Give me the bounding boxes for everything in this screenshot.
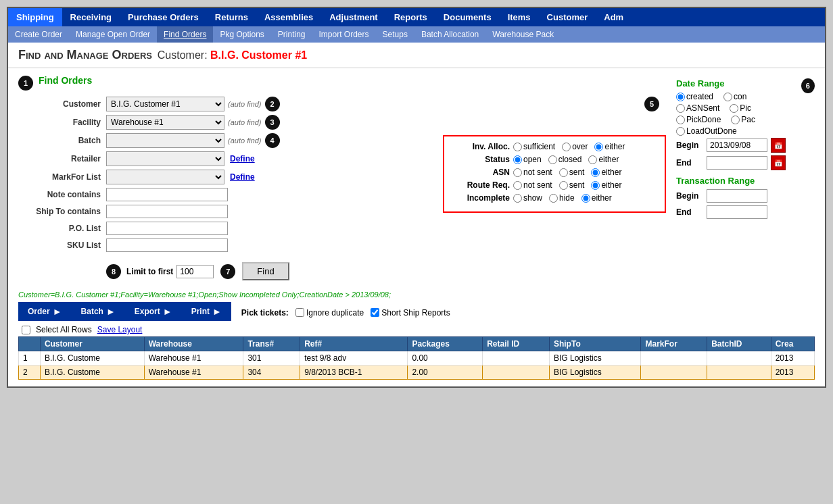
begin-calendar-icon[interactable]: 📅	[771, 138, 786, 153]
inv-alloc-over[interactable]	[562, 143, 571, 151]
save-layout-link[interactable]: Save Layout	[97, 325, 143, 334]
table-row[interactable]: 1 B.I.G. Custome Warehouse #1 301 test 9…	[19, 351, 815, 366]
cell-packages: 0.00	[408, 351, 483, 366]
date-created-radio[interactable]	[676, 93, 685, 101]
select-all-checkbox[interactable]	[22, 326, 30, 334]
nav-customer[interactable]: Customer	[539, 8, 596, 26]
facility-row: Facility Warehouse #1 (auto find) 3	[18, 115, 436, 130]
nav-adjustment[interactable]: Adjustment	[321, 8, 386, 26]
customer-select[interactable]: B.I.G. Customer #1	[106, 97, 224, 111]
status-closed[interactable]	[548, 155, 557, 164]
subnav-manage-open-order[interactable]: Manage Open Order	[69, 26, 157, 43]
subnav-setups[interactable]: Setups	[376, 26, 414, 43]
markfor-row: MarkFor List Define	[18, 170, 436, 184]
col-num	[19, 337, 41, 351]
toolbar-export-btn[interactable]: Export ►	[125, 302, 182, 321]
asn-not-sent[interactable]	[513, 168, 522, 177]
incomplete-hide[interactable]	[549, 194, 558, 203]
route-req-either[interactable]	[591, 181, 600, 190]
toolbar-order-btn[interactable]: Order ►	[18, 302, 72, 321]
batch-row: Batch (auto find) 4	[18, 133, 436, 148]
subnav-printing[interactable]: Printing	[271, 26, 312, 43]
sku-input[interactable]	[106, 238, 228, 252]
toolbar-print-btn[interactable]: Print ►	[182, 302, 231, 321]
customer-auto-find: (auto find)	[228, 100, 262, 108]
short-ship-reports-checkbox[interactable]	[371, 308, 379, 317]
toolbar-batch-btn[interactable]: Batch ►	[72, 302, 125, 321]
col-batchid: BatchID	[707, 337, 771, 351]
col-warehouse: Warehouse	[144, 337, 243, 351]
facility-select[interactable]: Warehouse #1	[106, 115, 224, 130]
nav-returns[interactable]: Returns	[207, 8, 256, 26]
cell-crea: 2013	[771, 366, 814, 380]
page-title-bar: Find and Manage Orders Customer: B.I.G. …	[8, 43, 825, 68]
ignore-duplicate-checkbox[interactable]	[295, 308, 304, 317]
incomplete-show[interactable]	[513, 194, 522, 203]
incomplete-either[interactable]	[581, 194, 590, 203]
inv-alloc-sufficient[interactable]	[513, 143, 522, 151]
annotation-3: 3	[265, 115, 280, 130]
cell-batchid	[707, 366, 771, 380]
markfor-define-link[interactable]: Define	[230, 172, 255, 182]
table-row[interactable]: 2 B.I.G. Custome Warehouse #1 304 9/8/20…	[19, 366, 815, 380]
nav-receiving[interactable]: Receiving	[62, 8, 120, 26]
nav-purchase-orders[interactable]: Purchase Orders	[120, 8, 207, 26]
subnav-create-order[interactable]: Create Order	[8, 26, 69, 43]
inv-alloc-label: Inv. Alloc.	[452, 142, 510, 151]
subnav-import-orders[interactable]: Import Orders	[312, 26, 376, 43]
note-input[interactable]	[106, 188, 228, 201]
status-open[interactable]	[513, 155, 522, 164]
retailer-define-link[interactable]: Define	[230, 154, 255, 163]
date-con-radio[interactable]	[723, 93, 732, 101]
trans-end-input[interactable]	[707, 205, 767, 219]
po-input[interactable]	[106, 222, 228, 235]
incomplete-label: Incomplete	[452, 193, 510, 203]
date-asnsent-label: ASNSent	[686, 103, 719, 113]
end-date-input[interactable]	[707, 156, 767, 170]
nav-reports[interactable]: Reports	[386, 8, 435, 26]
trans-end-label: End	[676, 207, 703, 217]
nav-documents[interactable]: Documents	[435, 8, 500, 26]
route-req-sent[interactable]	[559, 181, 568, 190]
find-button[interactable]: Find	[242, 262, 289, 280]
date-pickdone-radio[interactable]	[676, 116, 685, 124]
nav-items[interactable]: Items	[500, 8, 539, 26]
date-pic-radio[interactable]	[730, 104, 738, 113]
cell-customer: B.I.G. Custome	[40, 366, 144, 380]
nav-assemblies[interactable]: Assemblies	[256, 8, 321, 26]
date-pac-radio[interactable]	[731, 116, 740, 124]
nav-shipping[interactable]: Shipping	[8, 8, 62, 26]
annotation-5: 5	[644, 97, 659, 111]
nav-adm[interactable]: Adm	[596, 8, 632, 26]
po-form-label: P.O. List	[18, 224, 106, 233]
route-req-not-sent[interactable]	[513, 181, 522, 190]
retailer-select[interactable]	[106, 151, 224, 166]
facility-auto-find: (auto find)	[228, 118, 262, 126]
begin-date-input[interactable]	[707, 138, 767, 152]
batch-select[interactable]	[106, 133, 224, 148]
inv-alloc-either[interactable]	[594, 143, 603, 151]
subnav-find-orders[interactable]: Find Orders	[157, 26, 213, 43]
cell-trans: 304	[243, 366, 300, 380]
status-either[interactable]	[588, 155, 597, 164]
asn-sent[interactable]	[559, 168, 568, 177]
asn-either[interactable]	[591, 168, 600, 177]
markfor-select[interactable]	[106, 170, 224, 184]
subnav-batch-allocation[interactable]: Batch Allocation	[414, 26, 485, 43]
cell-retail-id	[483, 351, 550, 366]
markfor-form-label: MarkFor List	[18, 172, 106, 182]
limit-input[interactable]	[176, 265, 214, 278]
find-orders-section-title: Find Orders	[39, 75, 92, 86]
date-asnsent-radio[interactable]	[676, 104, 685, 113]
end-calendar-icon[interactable]: 📅	[771, 155, 786, 170]
annotation-6: 6	[801, 78, 815, 93]
cell-ref: test 9/8 adv	[300, 351, 408, 366]
shipto-input[interactable]	[106, 205, 228, 218]
subnav-warehouse-pack[interactable]: Warehouse Pack	[485, 26, 561, 43]
note-row: Note contains	[18, 188, 436, 201]
trans-begin-input[interactable]	[707, 189, 767, 203]
date-loadoutdone-radio[interactable]	[676, 127, 685, 136]
customer-name-title: B.I.G. Customer #1	[210, 49, 307, 61]
subnav-pkg-options[interactable]: Pkg Options	[213, 26, 270, 43]
results-area: Order ► Batch ► Export ► Print ►	[18, 302, 815, 380]
